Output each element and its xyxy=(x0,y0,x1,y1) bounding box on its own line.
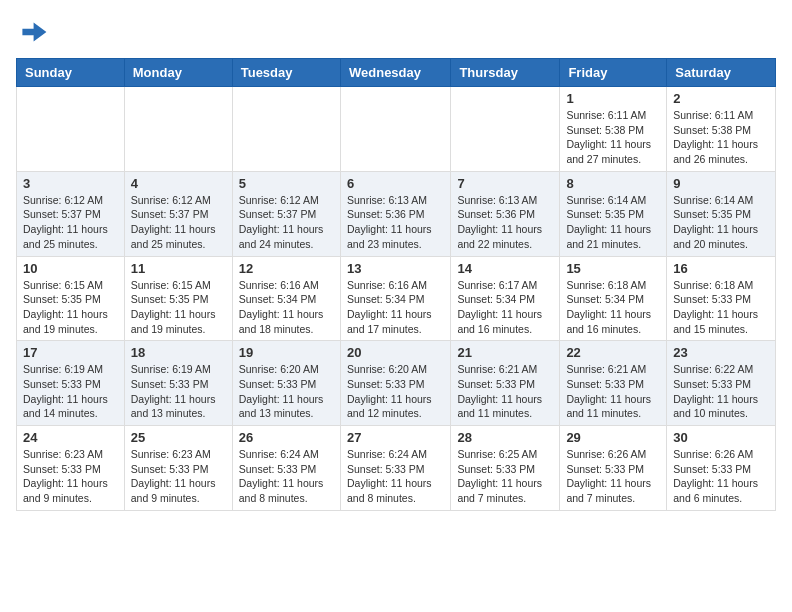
day-number: 5 xyxy=(239,176,334,191)
calendar-cell: 14Sunrise: 6:17 AM Sunset: 5:34 PM Dayli… xyxy=(451,256,560,341)
day-info: Sunrise: 6:23 AM Sunset: 5:33 PM Dayligh… xyxy=(131,447,226,506)
day-number: 3 xyxy=(23,176,118,191)
calendar-table: SundayMondayTuesdayWednesdayThursdayFrid… xyxy=(16,58,776,511)
day-number: 1 xyxy=(566,91,660,106)
day-info: Sunrise: 6:26 AM Sunset: 5:33 PM Dayligh… xyxy=(566,447,660,506)
day-info: Sunrise: 6:18 AM Sunset: 5:34 PM Dayligh… xyxy=(566,278,660,337)
calendar-cell: 28Sunrise: 6:25 AM Sunset: 5:33 PM Dayli… xyxy=(451,426,560,511)
day-number: 9 xyxy=(673,176,769,191)
day-info: Sunrise: 6:12 AM Sunset: 5:37 PM Dayligh… xyxy=(239,193,334,252)
day-info: Sunrise: 6:21 AM Sunset: 5:33 PM Dayligh… xyxy=(457,362,553,421)
calendar-cell: 29Sunrise: 6:26 AM Sunset: 5:33 PM Dayli… xyxy=(560,426,667,511)
day-number: 6 xyxy=(347,176,444,191)
calendar-cell: 24Sunrise: 6:23 AM Sunset: 5:33 PM Dayli… xyxy=(17,426,125,511)
day-number: 10 xyxy=(23,261,118,276)
calendar-week-row: 17Sunrise: 6:19 AM Sunset: 5:33 PM Dayli… xyxy=(17,341,776,426)
day-info: Sunrise: 6:19 AM Sunset: 5:33 PM Dayligh… xyxy=(23,362,118,421)
calendar-cell xyxy=(124,87,232,172)
calendar-cell: 3Sunrise: 6:12 AM Sunset: 5:37 PM Daylig… xyxy=(17,171,125,256)
calendar-cell: 4Sunrise: 6:12 AM Sunset: 5:37 PM Daylig… xyxy=(124,171,232,256)
generalblue-logo-icon xyxy=(16,16,48,48)
weekday-header: Friday xyxy=(560,59,667,87)
day-number: 7 xyxy=(457,176,553,191)
calendar-cell: 15Sunrise: 6:18 AM Sunset: 5:34 PM Dayli… xyxy=(560,256,667,341)
day-number: 8 xyxy=(566,176,660,191)
calendar-cell: 2Sunrise: 6:11 AM Sunset: 5:38 PM Daylig… xyxy=(667,87,776,172)
day-info: Sunrise: 6:11 AM Sunset: 5:38 PM Dayligh… xyxy=(673,108,769,167)
calendar-cell: 12Sunrise: 6:16 AM Sunset: 5:34 PM Dayli… xyxy=(232,256,340,341)
day-number: 11 xyxy=(131,261,226,276)
calendar-cell xyxy=(451,87,560,172)
day-number: 26 xyxy=(239,430,334,445)
day-number: 20 xyxy=(347,345,444,360)
calendar-cell: 8Sunrise: 6:14 AM Sunset: 5:35 PM Daylig… xyxy=(560,171,667,256)
day-number: 27 xyxy=(347,430,444,445)
day-number: 2 xyxy=(673,91,769,106)
day-info: Sunrise: 6:13 AM Sunset: 5:36 PM Dayligh… xyxy=(347,193,444,252)
day-info: Sunrise: 6:23 AM Sunset: 5:33 PM Dayligh… xyxy=(23,447,118,506)
day-number: 30 xyxy=(673,430,769,445)
day-number: 19 xyxy=(239,345,334,360)
day-number: 13 xyxy=(347,261,444,276)
day-info: Sunrise: 6:25 AM Sunset: 5:33 PM Dayligh… xyxy=(457,447,553,506)
weekday-header: Saturday xyxy=(667,59,776,87)
day-info: Sunrise: 6:26 AM Sunset: 5:33 PM Dayligh… xyxy=(673,447,769,506)
calendar-cell: 13Sunrise: 6:16 AM Sunset: 5:34 PM Dayli… xyxy=(340,256,450,341)
calendar-cell: 23Sunrise: 6:22 AM Sunset: 5:33 PM Dayli… xyxy=(667,341,776,426)
day-number: 17 xyxy=(23,345,118,360)
day-info: Sunrise: 6:15 AM Sunset: 5:35 PM Dayligh… xyxy=(23,278,118,337)
calendar-cell: 10Sunrise: 6:15 AM Sunset: 5:35 PM Dayli… xyxy=(17,256,125,341)
calendar-week-row: 24Sunrise: 6:23 AM Sunset: 5:33 PM Dayli… xyxy=(17,426,776,511)
day-info: Sunrise: 6:24 AM Sunset: 5:33 PM Dayligh… xyxy=(239,447,334,506)
day-info: Sunrise: 6:15 AM Sunset: 5:35 PM Dayligh… xyxy=(131,278,226,337)
weekday-header: Monday xyxy=(124,59,232,87)
calendar-cell: 27Sunrise: 6:24 AM Sunset: 5:33 PM Dayli… xyxy=(340,426,450,511)
day-number: 28 xyxy=(457,430,553,445)
weekday-header: Sunday xyxy=(17,59,125,87)
day-number: 18 xyxy=(131,345,226,360)
day-info: Sunrise: 6:22 AM Sunset: 5:33 PM Dayligh… xyxy=(673,362,769,421)
calendar-cell xyxy=(340,87,450,172)
calendar-cell: 22Sunrise: 6:21 AM Sunset: 5:33 PM Dayli… xyxy=(560,341,667,426)
calendar-week-row: 10Sunrise: 6:15 AM Sunset: 5:35 PM Dayli… xyxy=(17,256,776,341)
calendar-cell: 1Sunrise: 6:11 AM Sunset: 5:38 PM Daylig… xyxy=(560,87,667,172)
day-number: 29 xyxy=(566,430,660,445)
day-info: Sunrise: 6:16 AM Sunset: 5:34 PM Dayligh… xyxy=(239,278,334,337)
day-info: Sunrise: 6:21 AM Sunset: 5:33 PM Dayligh… xyxy=(566,362,660,421)
calendar-cell xyxy=(232,87,340,172)
calendar-cell xyxy=(17,87,125,172)
day-info: Sunrise: 6:20 AM Sunset: 5:33 PM Dayligh… xyxy=(239,362,334,421)
day-number: 22 xyxy=(566,345,660,360)
weekday-header: Wednesday xyxy=(340,59,450,87)
day-info: Sunrise: 6:20 AM Sunset: 5:33 PM Dayligh… xyxy=(347,362,444,421)
logo xyxy=(16,16,52,48)
calendar-cell: 6Sunrise: 6:13 AM Sunset: 5:36 PM Daylig… xyxy=(340,171,450,256)
day-info: Sunrise: 6:13 AM Sunset: 5:36 PM Dayligh… xyxy=(457,193,553,252)
day-info: Sunrise: 6:24 AM Sunset: 5:33 PM Dayligh… xyxy=(347,447,444,506)
weekday-header: Tuesday xyxy=(232,59,340,87)
day-info: Sunrise: 6:19 AM Sunset: 5:33 PM Dayligh… xyxy=(131,362,226,421)
day-number: 25 xyxy=(131,430,226,445)
day-number: 12 xyxy=(239,261,334,276)
calendar-week-row: 1Sunrise: 6:11 AM Sunset: 5:38 PM Daylig… xyxy=(17,87,776,172)
day-number: 15 xyxy=(566,261,660,276)
weekday-header: Thursday xyxy=(451,59,560,87)
day-info: Sunrise: 6:16 AM Sunset: 5:34 PM Dayligh… xyxy=(347,278,444,337)
day-info: Sunrise: 6:17 AM Sunset: 5:34 PM Dayligh… xyxy=(457,278,553,337)
calendar-cell: 19Sunrise: 6:20 AM Sunset: 5:33 PM Dayli… xyxy=(232,341,340,426)
calendar-cell: 25Sunrise: 6:23 AM Sunset: 5:33 PM Dayli… xyxy=(124,426,232,511)
calendar-cell: 17Sunrise: 6:19 AM Sunset: 5:33 PM Dayli… xyxy=(17,341,125,426)
day-info: Sunrise: 6:11 AM Sunset: 5:38 PM Dayligh… xyxy=(566,108,660,167)
day-number: 4 xyxy=(131,176,226,191)
calendar-cell: 20Sunrise: 6:20 AM Sunset: 5:33 PM Dayli… xyxy=(340,341,450,426)
calendar-cell: 30Sunrise: 6:26 AM Sunset: 5:33 PM Dayli… xyxy=(667,426,776,511)
calendar-cell: 26Sunrise: 6:24 AM Sunset: 5:33 PM Dayli… xyxy=(232,426,340,511)
calendar-cell: 11Sunrise: 6:15 AM Sunset: 5:35 PM Dayli… xyxy=(124,256,232,341)
page-header xyxy=(16,16,776,48)
day-number: 24 xyxy=(23,430,118,445)
day-info: Sunrise: 6:14 AM Sunset: 5:35 PM Dayligh… xyxy=(673,193,769,252)
calendar-cell: 18Sunrise: 6:19 AM Sunset: 5:33 PM Dayli… xyxy=(124,341,232,426)
calendar-cell: 9Sunrise: 6:14 AM Sunset: 5:35 PM Daylig… xyxy=(667,171,776,256)
day-number: 21 xyxy=(457,345,553,360)
day-number: 14 xyxy=(457,261,553,276)
